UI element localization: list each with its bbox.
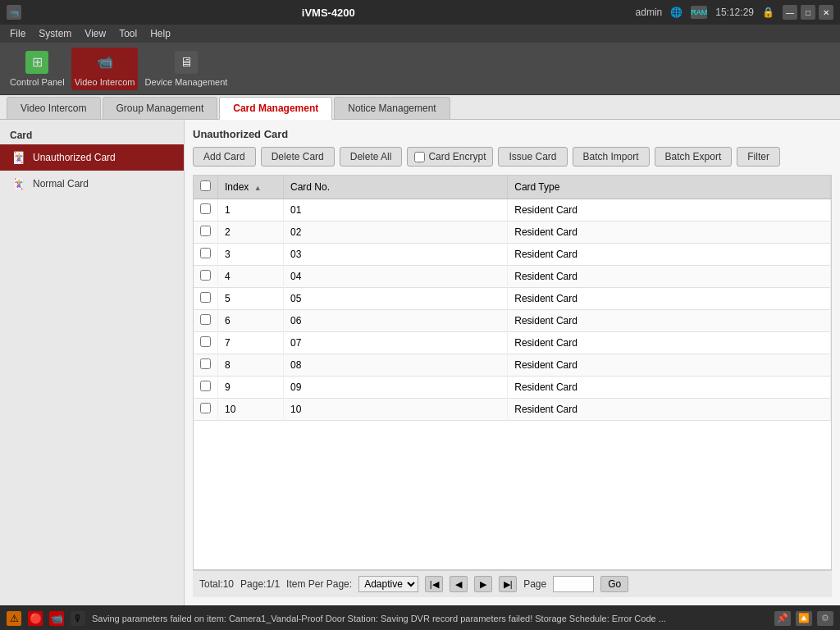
row-checkbox-4[interactable] — [200, 270, 211, 281]
toolbar-control-panel-label: Control Panel — [10, 77, 65, 87]
row-card-type-3: Resident Card — [508, 244, 831, 266]
issue-card-button[interactable]: Issue Card — [498, 147, 567, 167]
go-button[interactable]: Go — [600, 576, 628, 592]
pagination-bar: Total:10 Page:1/1 Item Per Page: Adaptiv… — [193, 570, 832, 597]
toolbar-control-panel[interactable]: ⊞ Control Panel — [7, 48, 68, 90]
minimize-button[interactable]: — — [783, 5, 797, 20]
content-header: Unauthorized Card — [193, 128, 832, 140]
tab-notice-management[interactable]: Notice Management — [334, 97, 450, 119]
row-index-2: 2 — [218, 221, 284, 244]
row-checkbox-7[interactable] — [200, 336, 211, 347]
error-icon: 🔴 — [28, 611, 43, 626]
row-card-no-5: 05 — [284, 288, 508, 310]
per-page-select[interactable]: Adaptive 10 20 50 — [358, 576, 418, 592]
page-number-input[interactable] — [553, 576, 594, 592]
card-encrypt-text: Card Encrypt — [428, 151, 486, 162]
video-intercom-icon: 📹 — [94, 51, 116, 74]
row-index-6: 6 — [218, 310, 284, 332]
batch-import-button[interactable]: Batch Import — [573, 147, 650, 167]
table-row: 7 07 Resident Card — [194, 332, 831, 354]
total-count: Total:10 — [199, 578, 234, 590]
sidebar-header: Card — [0, 126, 184, 144]
menu-system[interactable]: System — [32, 26, 78, 41]
row-checkbox-5[interactable] — [200, 292, 211, 303]
tab-video-intercom[interactable]: Video Intercom — [7, 97, 101, 119]
row-index-8: 8 — [218, 354, 284, 377]
batch-export-button[interactable]: Batch Export — [655, 147, 733, 167]
row-checkbox-9[interactable] — [200, 381, 211, 391]
row-checkbox-cell — [194, 354, 218, 377]
tab-card-management[interactable]: Card Management — [219, 97, 332, 120]
prev-page-button[interactable]: ◀ — [450, 576, 468, 592]
menu-file[interactable]: File — [3, 26, 32, 41]
action-bar: Add Card Delete Card Delete All Card Enc… — [193, 147, 832, 167]
card-encrypt-checkbox[interactable] — [414, 152, 425, 162]
row-checkbox-cell — [194, 244, 218, 266]
table-row: 2 02 Resident Card — [194, 221, 831, 244]
row-card-no-2: 02 — [284, 221, 508, 244]
first-page-button[interactable]: |◀ — [425, 576, 443, 592]
col-header-index[interactable]: Index ▲ — [218, 176, 284, 199]
select-all-checkbox[interactable] — [200, 180, 211, 191]
toolbar-video-intercom-label: Video Intercom — [75, 77, 135, 87]
row-card-type-4: Resident Card — [508, 266, 831, 288]
close-button[interactable]: ✕ — [819, 5, 833, 20]
row-checkbox-8[interactable] — [200, 358, 211, 369]
row-checkbox-3[interactable] — [200, 248, 211, 258]
menu-help[interactable]: Help — [144, 26, 177, 41]
main-content: Card 🃏 Unauthorized Card 🃏 Normal Card U… — [0, 120, 840, 605]
add-card-button[interactable]: Add Card — [193, 147, 256, 167]
row-checkbox-2[interactable] — [200, 226, 211, 236]
row-index-1: 1 — [218, 199, 284, 221]
filter-button[interactable]: Filter — [737, 147, 780, 167]
row-checkbox-10[interactable] — [200, 403, 211, 413]
tab-group-management[interactable]: Group Management — [103, 97, 218, 119]
menu-tool[interactable]: Tool — [112, 26, 144, 41]
control-panel-icon: ⊞ — [25, 51, 48, 74]
user-label: admin — [636, 7, 663, 18]
row-card-no-9: 09 — [284, 377, 508, 399]
delete-all-button[interactable]: Delete All — [340, 147, 403, 167]
table-row: 9 09 Resident Card — [194, 377, 831, 399]
app-title-text: iVMS-4200 — [302, 7, 355, 19]
window-controls: — □ ✕ — [783, 5, 833, 20]
network-icon: 🌐 — [670, 7, 682, 18]
sidebar-item-normal-card[interactable]: 🃏 Normal Card — [0, 171, 184, 197]
sidebar-item-unauthorized-card[interactable]: 🃏 Unauthorized Card — [0, 144, 184, 171]
row-checkbox-1[interactable] — [200, 203, 211, 214]
toolbar-device-management[interactable]: 🖥 Device Management — [141, 48, 231, 90]
next-page-button[interactable]: ▶ — [474, 576, 492, 592]
last-page-button[interactable]: ▶| — [499, 576, 517, 592]
row-checkbox-6[interactable] — [200, 314, 211, 325]
row-card-no-1: 01 — [284, 199, 508, 221]
ram-indicator: RAM — [691, 6, 707, 19]
row-card-no-6: 06 — [284, 310, 508, 332]
row-card-no-3: 03 — [284, 244, 508, 266]
maximize-button[interactable]: □ — [801, 5, 815, 20]
menu-view[interactable]: View — [78, 26, 112, 41]
content-area: Unauthorized Card Add Card Delete Card D… — [185, 120, 840, 605]
row-checkbox-cell — [194, 399, 218, 421]
row-index-4: 4 — [218, 266, 284, 288]
status-pin-button[interactable]: 📌 — [774, 611, 791, 626]
row-card-type-1: Resident Card — [508, 199, 831, 221]
row-index-3: 3 — [218, 244, 284, 266]
delete-card-button[interactable]: Delete Card — [261, 147, 335, 167]
table-row: 5 05 Resident Card — [194, 288, 831, 310]
status-settings-button[interactable]: ⚙ — [817, 611, 833, 626]
page-info: Page:1/1 — [240, 578, 280, 590]
mic-icon: 🎙 — [71, 611, 85, 626]
menu-bar: File System View Tool Help — [0, 25, 840, 43]
card-encrypt-label[interactable]: Card Encrypt — [407, 147, 493, 167]
app-title: iVMS-4200 — [302, 7, 355, 19]
status-expand-button[interactable]: 🔼 — [796, 611, 812, 626]
row-checkbox-cell — [194, 266, 218, 288]
card-table-container: Index ▲ Card No. Card Type 1 01 Resident… — [193, 175, 832, 570]
table-header-row: Index ▲ Card No. Card Type — [194, 176, 831, 199]
table-row: 4 04 Resident Card — [194, 266, 831, 288]
main-toolbar: ⊞ Control Panel 📹 Video Intercom 🖥 Devic… — [0, 43, 840, 95]
toolbar-video-intercom[interactable]: 📹 Video Intercom — [71, 48, 139, 90]
status-bar: ⚠ 🔴 📹 🎙 Saving parameters failed on item… — [0, 605, 840, 630]
record-icon: 📹 — [49, 611, 64, 626]
col-header-card-no: Card No. — [284, 176, 508, 199]
